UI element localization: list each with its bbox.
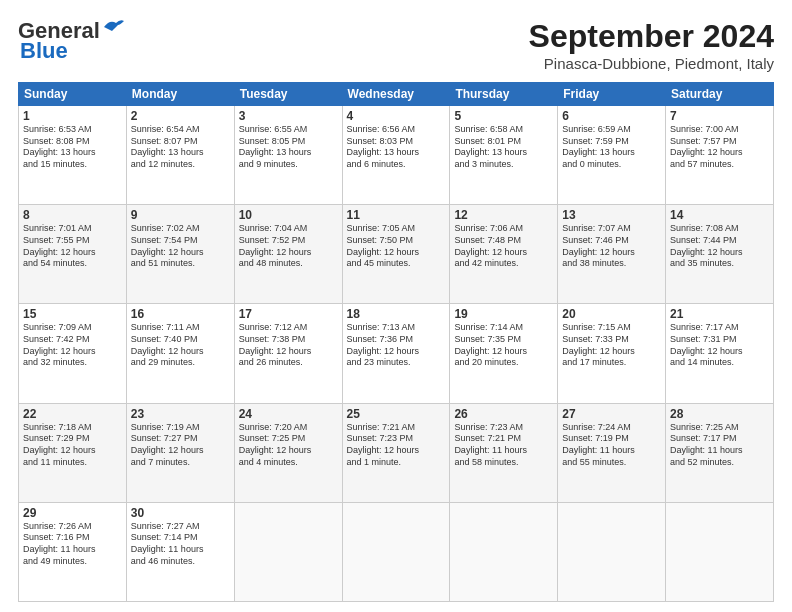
- calendar-cell: [558, 502, 666, 601]
- weekday-header-sunday: Sunday: [19, 83, 127, 106]
- calendar-cell: 4Sunrise: 6:56 AM Sunset: 8:03 PM Daylig…: [342, 106, 450, 205]
- day-number: 6: [562, 109, 661, 123]
- calendar-cell: 10Sunrise: 7:04 AM Sunset: 7:52 PM Dayli…: [234, 205, 342, 304]
- logo-blue: Blue: [20, 38, 68, 64]
- day-number: 19: [454, 307, 553, 321]
- calendar-week-1: 8Sunrise: 7:01 AM Sunset: 7:55 PM Daylig…: [19, 205, 774, 304]
- header: General Blue September 2024 Pinasca-Dubb…: [18, 18, 774, 72]
- calendar-cell: [666, 502, 774, 601]
- cell-details: Sunrise: 7:19 AM Sunset: 7:27 PM Dayligh…: [131, 422, 230, 469]
- calendar-cell: 27Sunrise: 7:24 AM Sunset: 7:19 PM Dayli…: [558, 403, 666, 502]
- day-number: 25: [347, 407, 446, 421]
- cell-details: Sunrise: 7:17 AM Sunset: 7:31 PM Dayligh…: [670, 322, 769, 369]
- day-number: 12: [454, 208, 553, 222]
- day-number: 17: [239, 307, 338, 321]
- cell-details: Sunrise: 7:18 AM Sunset: 7:29 PM Dayligh…: [23, 422, 122, 469]
- calendar-cell: 26Sunrise: 7:23 AM Sunset: 7:21 PM Dayli…: [450, 403, 558, 502]
- cell-details: Sunrise: 7:04 AM Sunset: 7:52 PM Dayligh…: [239, 223, 338, 270]
- calendar-week-4: 29Sunrise: 7:26 AM Sunset: 7:16 PM Dayli…: [19, 502, 774, 601]
- weekday-header-monday: Monday: [126, 83, 234, 106]
- weekday-header-row: SundayMondayTuesdayWednesdayThursdayFrid…: [19, 83, 774, 106]
- day-number: 9: [131, 208, 230, 222]
- day-number: 5: [454, 109, 553, 123]
- weekday-header-saturday: Saturday: [666, 83, 774, 106]
- calendar-cell: 2Sunrise: 6:54 AM Sunset: 8:07 PM Daylig…: [126, 106, 234, 205]
- calendar-cell: 19Sunrise: 7:14 AM Sunset: 7:35 PM Dayli…: [450, 304, 558, 403]
- calendar-cell: 3Sunrise: 6:55 AM Sunset: 8:05 PM Daylig…: [234, 106, 342, 205]
- calendar-cell: 20Sunrise: 7:15 AM Sunset: 7:33 PM Dayli…: [558, 304, 666, 403]
- cell-details: Sunrise: 7:00 AM Sunset: 7:57 PM Dayligh…: [670, 124, 769, 171]
- calendar-cell: [342, 502, 450, 601]
- cell-details: Sunrise: 7:13 AM Sunset: 7:36 PM Dayligh…: [347, 322, 446, 369]
- cell-details: Sunrise: 7:05 AM Sunset: 7:50 PM Dayligh…: [347, 223, 446, 270]
- cell-details: Sunrise: 7:24 AM Sunset: 7:19 PM Dayligh…: [562, 422, 661, 469]
- cell-details: Sunrise: 6:59 AM Sunset: 7:59 PM Dayligh…: [562, 124, 661, 171]
- day-number: 13: [562, 208, 661, 222]
- day-number: 1: [23, 109, 122, 123]
- day-number: 7: [670, 109, 769, 123]
- calendar-cell: 30Sunrise: 7:27 AM Sunset: 7:14 PM Dayli…: [126, 502, 234, 601]
- calendar-cell: 23Sunrise: 7:19 AM Sunset: 7:27 PM Dayli…: [126, 403, 234, 502]
- cell-details: Sunrise: 7:01 AM Sunset: 7:55 PM Dayligh…: [23, 223, 122, 270]
- cell-details: Sunrise: 7:25 AM Sunset: 7:17 PM Dayligh…: [670, 422, 769, 469]
- calendar-title: September 2024: [529, 18, 774, 55]
- calendar-cell: 29Sunrise: 7:26 AM Sunset: 7:16 PM Dayli…: [19, 502, 127, 601]
- calendar-week-0: 1Sunrise: 6:53 AM Sunset: 8:08 PM Daylig…: [19, 106, 774, 205]
- day-number: 27: [562, 407, 661, 421]
- calendar-week-2: 15Sunrise: 7:09 AM Sunset: 7:42 PM Dayli…: [19, 304, 774, 403]
- cell-details: Sunrise: 7:26 AM Sunset: 7:16 PM Dayligh…: [23, 521, 122, 568]
- title-block: September 2024 Pinasca-Dubbione, Piedmon…: [529, 18, 774, 72]
- day-number: 15: [23, 307, 122, 321]
- cell-details: Sunrise: 7:23 AM Sunset: 7:21 PM Dayligh…: [454, 422, 553, 469]
- calendar-cell: 9Sunrise: 7:02 AM Sunset: 7:54 PM Daylig…: [126, 205, 234, 304]
- calendar-cell: 17Sunrise: 7:12 AM Sunset: 7:38 PM Dayli…: [234, 304, 342, 403]
- day-number: 20: [562, 307, 661, 321]
- weekday-header-wednesday: Wednesday: [342, 83, 450, 106]
- day-number: 23: [131, 407, 230, 421]
- page: General Blue September 2024 Pinasca-Dubb…: [0, 0, 792, 612]
- cell-details: Sunrise: 6:55 AM Sunset: 8:05 PM Dayligh…: [239, 124, 338, 171]
- cell-details: Sunrise: 7:09 AM Sunset: 7:42 PM Dayligh…: [23, 322, 122, 369]
- day-number: 10: [239, 208, 338, 222]
- calendar-cell: 6Sunrise: 6:59 AM Sunset: 7:59 PM Daylig…: [558, 106, 666, 205]
- day-number: 3: [239, 109, 338, 123]
- cell-details: Sunrise: 6:54 AM Sunset: 8:07 PM Dayligh…: [131, 124, 230, 171]
- cell-details: Sunrise: 7:27 AM Sunset: 7:14 PM Dayligh…: [131, 521, 230, 568]
- day-number: 24: [239, 407, 338, 421]
- logo-bird-icon: [102, 17, 124, 37]
- calendar-cell: 18Sunrise: 7:13 AM Sunset: 7:36 PM Dayli…: [342, 304, 450, 403]
- calendar-cell: 15Sunrise: 7:09 AM Sunset: 7:42 PM Dayli…: [19, 304, 127, 403]
- calendar-cell: [450, 502, 558, 601]
- calendar-cell: 1Sunrise: 6:53 AM Sunset: 8:08 PM Daylig…: [19, 106, 127, 205]
- day-number: 26: [454, 407, 553, 421]
- cell-details: Sunrise: 7:08 AM Sunset: 7:44 PM Dayligh…: [670, 223, 769, 270]
- calendar-cell: 7Sunrise: 7:00 AM Sunset: 7:57 PM Daylig…: [666, 106, 774, 205]
- cell-details: Sunrise: 7:06 AM Sunset: 7:48 PM Dayligh…: [454, 223, 553, 270]
- calendar-cell: 22Sunrise: 7:18 AM Sunset: 7:29 PM Dayli…: [19, 403, 127, 502]
- calendar-cell: 16Sunrise: 7:11 AM Sunset: 7:40 PM Dayli…: [126, 304, 234, 403]
- day-number: 28: [670, 407, 769, 421]
- day-number: 21: [670, 307, 769, 321]
- weekday-header-friday: Friday: [558, 83, 666, 106]
- calendar-week-3: 22Sunrise: 7:18 AM Sunset: 7:29 PM Dayli…: [19, 403, 774, 502]
- day-number: 30: [131, 506, 230, 520]
- cell-details: Sunrise: 7:15 AM Sunset: 7:33 PM Dayligh…: [562, 322, 661, 369]
- weekday-header-tuesday: Tuesday: [234, 83, 342, 106]
- cell-details: Sunrise: 6:56 AM Sunset: 8:03 PM Dayligh…: [347, 124, 446, 171]
- calendar-cell: 8Sunrise: 7:01 AM Sunset: 7:55 PM Daylig…: [19, 205, 127, 304]
- day-number: 22: [23, 407, 122, 421]
- cell-details: Sunrise: 7:02 AM Sunset: 7:54 PM Dayligh…: [131, 223, 230, 270]
- cell-details: Sunrise: 6:53 AM Sunset: 8:08 PM Dayligh…: [23, 124, 122, 171]
- day-number: 4: [347, 109, 446, 123]
- cell-details: Sunrise: 7:21 AM Sunset: 7:23 PM Dayligh…: [347, 422, 446, 469]
- cell-details: Sunrise: 6:58 AM Sunset: 8:01 PM Dayligh…: [454, 124, 553, 171]
- calendar-table: SundayMondayTuesdayWednesdayThursdayFrid…: [18, 82, 774, 602]
- calendar-cell: 13Sunrise: 7:07 AM Sunset: 7:46 PM Dayli…: [558, 205, 666, 304]
- cell-details: Sunrise: 7:11 AM Sunset: 7:40 PM Dayligh…: [131, 322, 230, 369]
- calendar-cell: 12Sunrise: 7:06 AM Sunset: 7:48 PM Dayli…: [450, 205, 558, 304]
- day-number: 16: [131, 307, 230, 321]
- calendar-cell: 28Sunrise: 7:25 AM Sunset: 7:17 PM Dayli…: [666, 403, 774, 502]
- day-number: 11: [347, 208, 446, 222]
- calendar-cell: 25Sunrise: 7:21 AM Sunset: 7:23 PM Dayli…: [342, 403, 450, 502]
- calendar-cell: [234, 502, 342, 601]
